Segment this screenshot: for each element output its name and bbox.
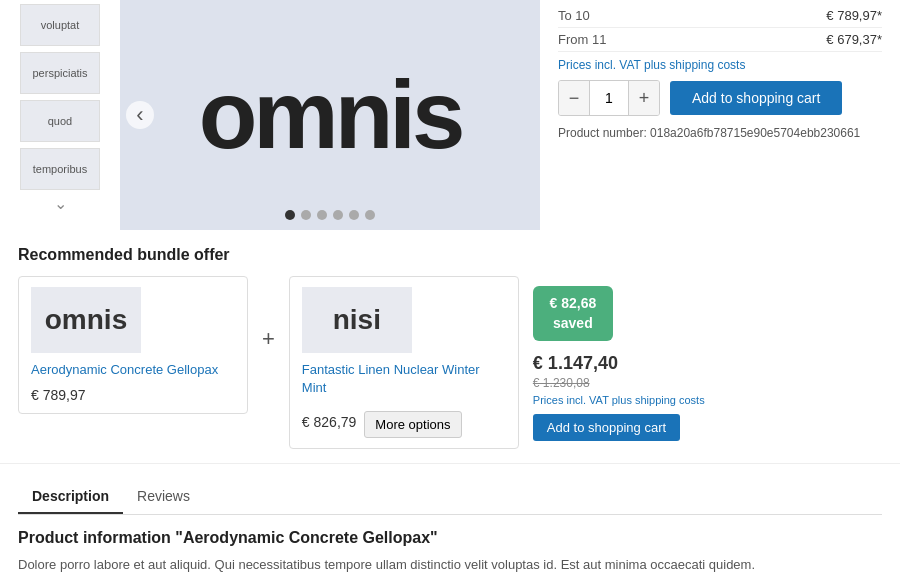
dot-5[interactable] — [349, 210, 359, 220]
bundle-saved-badge: € 82,68 saved — [533, 286, 613, 341]
product-desc-title: Product information "Aerodynamic Concret… — [18, 529, 882, 547]
bundle-plus-icon: + — [248, 276, 289, 352]
carousel-prev-arrow[interactable]: ‹ — [126, 101, 154, 129]
thumb-scroll-down[interactable]: ⌄ — [54, 196, 67, 212]
bundle-shipping-text: Prices incl. VAT plus shipping costs — [533, 394, 705, 406]
qty-decrease-button[interactable]: − — [559, 81, 589, 115]
bundle-card-1-image: omnis — [31, 287, 141, 353]
bundle-original-price: € 1.230,08 — [533, 376, 705, 390]
product-desc-section: Product information "Aerodynamic Concret… — [0, 515, 900, 575]
dot-2[interactable] — [301, 210, 311, 220]
bundle-card-2-image: nisi — [302, 287, 412, 353]
quantity-control: − + — [558, 80, 660, 116]
bundle-shipping-link[interactable]: Prices incl. VAT plus shipping costs — [533, 394, 705, 406]
dot-4[interactable] — [333, 210, 343, 220]
carousel-dots — [285, 210, 375, 220]
quantity-input[interactable] — [589, 81, 629, 115]
price-value-1: € 789,97* — [826, 8, 882, 23]
bundle-section: Recommended bundle offer omnis Aerodynam… — [0, 230, 900, 451]
tabs-section: Description Reviews — [0, 463, 900, 515]
main-image-text: omnis — [199, 60, 462, 170]
product-number-label: Product number: — [558, 126, 647, 140]
bundle-card-2-name[interactable]: Fantastic Linen Nuclear Winter Mint — [302, 361, 506, 397]
price-range-2: From 11 — [558, 32, 606, 47]
price-row-1: To 10 € 789,97* — [558, 4, 882, 28]
qty-cart-row: − + Add to shopping cart — [558, 80, 882, 116]
thumb-4[interactable]: temporibus — [20, 148, 100, 190]
thumb-2[interactable]: perspiciatis — [20, 52, 100, 94]
bundle-summary: € 82,68 saved € 1.147,40 € 1.230,08 Pric… — [519, 276, 719, 451]
bundle-card-1: omnis Aerodynamic Concrete Gellopax € 78… — [18, 276, 248, 414]
product-number-value: 018a20a6fb78715e90e5704ebb230661 — [650, 126, 860, 140]
dot-1[interactable] — [285, 210, 295, 220]
price-range-1: To 10 — [558, 8, 590, 23]
shipping-link[interactable]: Prices incl. VAT plus shipping costs — [558, 58, 882, 72]
add-to-cart-button[interactable]: Add to shopping cart — [670, 81, 842, 115]
bundle-card-2: nisi Fantastic Linen Nuclear Winter Mint… — [289, 276, 519, 449]
bundle-title: Recommended bundle offer — [18, 246, 882, 264]
price-value-2: € 679,37* — [826, 32, 882, 47]
bundle-card-1-price: € 789,97 — [31, 387, 235, 403]
dot-3[interactable] — [317, 210, 327, 220]
bundle-card-2-price: € 826,79 — [302, 414, 357, 430]
bundle-add-to-cart-button[interactable]: Add to shopping cart — [533, 414, 680, 441]
bundle-row: omnis Aerodynamic Concrete Gellopax € 78… — [18, 276, 882, 451]
bundle-total-price: € 1.147,40 — [533, 353, 705, 374]
product-info-panel: To 10 € 789,97* From 11 € 679,37* Prices… — [540, 0, 900, 230]
tab-reviews[interactable]: Reviews — [123, 480, 204, 514]
tab-description[interactable]: Description — [18, 480, 123, 514]
dot-6[interactable] — [365, 210, 375, 220]
bundle-card-1-name[interactable]: Aerodynamic Concrete Gellopax — [31, 361, 235, 379]
main-product-image: ‹ omnis — [120, 0, 540, 230]
tabs-row: Description Reviews — [18, 480, 882, 515]
qty-increase-button[interactable]: + — [629, 81, 659, 115]
price-row-2: From 11 € 679,37* — [558, 28, 882, 52]
thumb-1[interactable]: voluptat — [20, 4, 100, 46]
thumbnail-sidebar: voluptat perspiciatis quod temporibus ⌄ — [0, 0, 120, 230]
product-number: Product number: 018a20a6fb78715e90e5704e… — [558, 126, 882, 140]
bundle-more-options-button[interactable]: More options — [364, 411, 461, 438]
thumb-3[interactable]: quod — [20, 100, 100, 142]
product-desc-text: Dolore porro labore et aut aliquid. Qui … — [18, 555, 882, 575]
